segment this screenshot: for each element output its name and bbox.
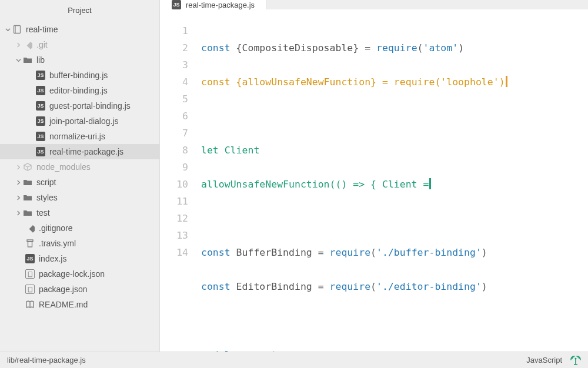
folder-icon (22, 178, 33, 187)
tree-file-normalize-uri[interactable]: JS normalize-uri.js (0, 129, 159, 144)
tree-file-travis[interactable]: .travis.yml (0, 236, 159, 251)
line-gutter: 1 2 3 4 5 6 7 8 9 10 11 12 13 14 (160, 22, 201, 352)
sidebar-title: Project (0, 0, 159, 21)
tree-label: styles (36, 193, 155, 202)
package-icon (22, 162, 33, 172)
git-icon (22, 40, 33, 49)
tab-bar: JS real-time-package.js (160, 0, 588, 9)
tab-real-time-package[interactable]: JS real-time-package.js (160, 0, 267, 9)
folder-icon (22, 208, 33, 218)
tree-label: real-time-package.js (49, 147, 155, 156)
json-file-icon: ⎕ (25, 285, 35, 294)
remote-cursor-icon (429, 178, 431, 189)
travis-icon (25, 239, 35, 248)
tree-label: .travis.yml (39, 239, 155, 248)
folder-icon (22, 193, 33, 202)
tree-label: editor-binding.js (49, 86, 155, 95)
line-number: 5 (160, 91, 188, 108)
line-number: 1 (160, 22, 188, 39)
svg-rect-3 (29, 225, 35, 233)
tree-label: test (36, 208, 155, 218)
tree-file-real-time-package[interactable]: JS real-time-package.js (0, 144, 159, 159)
js-file-icon: JS (35, 86, 46, 95)
tree-file-guest-portal-binding[interactable]: JS guest-portal-binding.js (0, 98, 159, 113)
tree-folder-test[interactable]: test (0, 205, 159, 220)
line-number: 3 (160, 56, 188, 73)
status-language[interactable]: JavaScript (526, 356, 562, 364)
tree-file-readme[interactable]: README.md (0, 297, 159, 312)
tree-label: script (36, 178, 155, 187)
project-sidebar: Project real-time .git (0, 0, 160, 352)
line-number: 13 (160, 227, 188, 244)
tree-folder-styles[interactable]: styles (0, 190, 159, 205)
line-number: 4 (160, 73, 188, 91)
remote-cursor-icon (506, 76, 507, 87)
chevron-right-icon[interactable] (14, 165, 22, 170)
folder-open-icon (22, 55, 33, 65)
chevron-right-icon[interactable] (14, 42, 22, 48)
tree-label: package.json (39, 285, 155, 294)
js-file-icon: JS (35, 71, 46, 80)
js-file-icon: JS (172, 0, 181, 9)
tree-label: buffer-binding.js (49, 71, 155, 80)
tree-file-gitignore[interactable]: .gitignore (0, 220, 159, 236)
status-file-path[interactable]: lib/real-time-package.js (7, 356, 86, 364)
tree-file-package-json[interactable]: ⎕ package.json (0, 282, 159, 297)
file-tree: real-time .git lib (0, 21, 159, 352)
tree-file-index-js[interactable]: JS index.js (0, 251, 159, 266)
tree-folder-node-modules[interactable]: node_modules (0, 159, 159, 175)
chevron-down-icon[interactable] (4, 27, 12, 32)
chevron-right-icon[interactable] (14, 210, 22, 216)
status-bar: lib/real-time-package.js JavaScript (0, 352, 588, 368)
git-icon (25, 223, 35, 233)
line-number: 14 (160, 244, 188, 261)
line-number: 6 (160, 108, 188, 125)
svg-point-8 (575, 357, 577, 359)
editor-area: JS real-time-package.js 1 2 3 4 5 6 7 8 … (160, 0, 588, 352)
tree-root-real-time[interactable]: real-time (0, 22, 159, 37)
svg-rect-5 (28, 242, 32, 247)
js-file-icon: JS (25, 254, 35, 263)
tree-folder-git[interactable]: .git (0, 37, 159, 52)
tree-label: normalize-uri.js (49, 132, 155, 141)
tree-folder-script[interactable]: script (0, 175, 159, 190)
tree-file-buffer-binding[interactable]: JS buffer-binding.js (0, 68, 159, 83)
svg-rect-0 (14, 26, 21, 34)
code-content[interactable]: const {CompositeDisposable} = require('a… (201, 22, 588, 352)
tree-file-package-lock[interactable]: ⎕ package-lock.json (0, 266, 159, 282)
line-number: 11 (160, 193, 188, 210)
tree-label: README.md (39, 300, 155, 309)
book-icon (25, 300, 35, 309)
chevron-right-icon[interactable] (14, 195, 22, 200)
tree-folder-lib[interactable]: lib (0, 52, 159, 68)
chevron-right-icon[interactable] (14, 180, 22, 185)
tree-label: package-lock.json (39, 269, 155, 279)
line-number: 10 (160, 176, 188, 193)
teletype-icon[interactable] (570, 355, 581, 366)
tree-label: real-time (26, 25, 155, 34)
line-number: 7 (160, 125, 188, 142)
tree-label: guest-portal-binding.js (49, 101, 155, 111)
line-number: 2 (160, 39, 188, 56)
tree-label: lib (36, 55, 155, 65)
tree-file-join-portal-dialog[interactable]: JS join-portal-dialog.js (0, 113, 159, 129)
line-number: 9 (160, 159, 188, 176)
line-number: 8 (160, 142, 188, 159)
code-editor[interactable]: 1 2 3 4 5 6 7 8 9 10 11 12 13 14 const {… (160, 9, 588, 352)
chevron-down-icon[interactable] (14, 58, 22, 63)
tab-label: real-time-package.js (186, 1, 255, 9)
repo-icon (12, 25, 22, 34)
tree-label: index.js (39, 254, 155, 263)
line-number: 12 (160, 210, 188, 227)
tree-label: .gitignore (39, 223, 155, 233)
js-file-icon: JS (35, 116, 46, 126)
tree-label: join-portal-dialog.js (49, 116, 155, 126)
tree-file-editor-binding[interactable]: JS editor-binding.js (0, 83, 159, 98)
json-file-icon: ⎕ (25, 269, 35, 279)
js-file-icon: JS (35, 132, 46, 141)
tree-label: node_modules (36, 162, 155, 172)
js-file-icon: JS (35, 101, 46, 111)
tree-label: .git (36, 40, 155, 49)
svg-rect-2 (27, 42, 32, 49)
js-file-icon: JS (35, 147, 46, 156)
